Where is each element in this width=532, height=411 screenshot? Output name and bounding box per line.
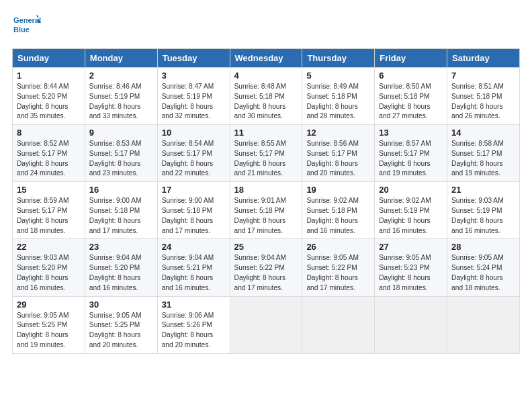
cell-info: Sunrise: 9:05 AMSunset: 5:25 PMDaylight:… — [89, 311, 153, 351]
day-number: 31 — [162, 300, 226, 310]
cell-info: Sunrise: 9:02 AMSunset: 5:18 PMDaylight:… — [306, 196, 370, 236]
header-row: SundayMondayTuesdayWednesdayThursdayFrid… — [13, 49, 520, 68]
calendar-cell: 17Sunrise: 9:00 AMSunset: 5:18 PMDayligh… — [157, 182, 230, 239]
calendar-cell: 16Sunrise: 9:00 AMSunset: 5:18 PMDayligh… — [85, 182, 157, 239]
day-number: 17 — [162, 185, 226, 195]
calendar-cell: 22Sunrise: 9:03 AMSunset: 5:20 PMDayligh… — [13, 239, 85, 296]
week-row-4: 22Sunrise: 9:03 AMSunset: 5:20 PMDayligh… — [13, 239, 520, 296]
day-number: 8 — [17, 128, 81, 138]
cell-info: Sunrise: 8:57 AMSunset: 5:17 PMDaylight:… — [379, 139, 443, 179]
cell-info: Sunrise: 9:05 AMSunset: 5:25 PMDaylight:… — [17, 311, 81, 351]
logo-svg: General Blue — [12, 12, 42, 42]
cell-info: Sunrise: 9:04 AMSunset: 5:21 PMDaylight:… — [162, 253, 226, 293]
cell-info: Sunrise: 8:54 AMSunset: 5:17 PMDaylight:… — [162, 139, 226, 179]
day-number: 24 — [162, 242, 226, 252]
calendar-cell: 6Sunrise: 8:50 AMSunset: 5:18 PMDaylight… — [375, 68, 447, 125]
day-number: 22 — [17, 242, 81, 252]
cell-info: Sunrise: 9:04 AMSunset: 5:20 PMDaylight:… — [89, 253, 153, 293]
cell-info: Sunrise: 9:05 AMSunset: 5:24 PMDaylight:… — [451, 253, 515, 293]
calendar-cell: 1Sunrise: 8:44 AMSunset: 5:20 PMDaylight… — [13, 68, 85, 125]
col-header-sunday: Sunday — [13, 49, 85, 68]
col-header-wednesday: Wednesday — [230, 49, 302, 68]
col-header-thursday: Thursday — [302, 49, 375, 68]
col-header-monday: Monday — [85, 49, 157, 68]
logo: General Blue — [12, 12, 42, 42]
calendar-table: SundayMondayTuesdayWednesdayThursdayFrid… — [12, 48, 520, 354]
day-number: 16 — [89, 185, 153, 195]
day-number: 29 — [17, 300, 81, 310]
day-number: 7 — [451, 71, 515, 81]
cell-info: Sunrise: 8:53 AMSunset: 5:17 PMDaylight:… — [89, 139, 153, 179]
calendar-cell: 15Sunrise: 8:59 AMSunset: 5:17 PMDayligh… — [13, 182, 85, 239]
day-number: 4 — [234, 71, 298, 81]
week-row-2: 8Sunrise: 8:52 AMSunset: 5:17 PMDaylight… — [13, 125, 520, 182]
calendar-cell: 18Sunrise: 9:01 AMSunset: 5:18 PMDayligh… — [230, 182, 302, 239]
col-header-tuesday: Tuesday — [157, 49, 230, 68]
cell-info: Sunrise: 8:58 AMSunset: 5:17 PMDaylight:… — [451, 139, 515, 179]
week-row-3: 15Sunrise: 8:59 AMSunset: 5:17 PMDayligh… — [13, 182, 520, 239]
cell-info: Sunrise: 8:48 AMSunset: 5:18 PMDaylight:… — [234, 82, 298, 122]
calendar-cell: 24Sunrise: 9:04 AMSunset: 5:21 PMDayligh… — [157, 239, 230, 296]
calendar-cell: 3Sunrise: 8:47 AMSunset: 5:19 PMDaylight… — [157, 68, 230, 125]
calendar-cell: 21Sunrise: 9:03 AMSunset: 5:19 PMDayligh… — [447, 182, 520, 239]
svg-text:Blue: Blue — [13, 26, 30, 34]
day-number: 19 — [306, 185, 370, 195]
day-number: 27 — [379, 242, 443, 252]
cell-info: Sunrise: 9:03 AMSunset: 5:19 PMDaylight:… — [451, 196, 515, 236]
day-number: 14 — [451, 128, 515, 138]
cell-info: Sunrise: 8:59 AMSunset: 5:17 PMDaylight:… — [17, 196, 81, 236]
cell-info: Sunrise: 9:00 AMSunset: 5:18 PMDaylight:… — [162, 196, 226, 236]
calendar-cell: 4Sunrise: 8:48 AMSunset: 5:18 PMDaylight… — [230, 68, 302, 125]
day-number: 18 — [234, 185, 298, 195]
cell-info: Sunrise: 8:47 AMSunset: 5:19 PMDaylight:… — [162, 82, 226, 122]
col-header-saturday: Saturday — [447, 49, 520, 68]
calendar-cell — [375, 296, 447, 353]
day-number: 5 — [306, 71, 370, 81]
day-number: 1 — [17, 71, 81, 81]
calendar-cell: 7Sunrise: 8:51 AMSunset: 5:18 PMDaylight… — [447, 68, 520, 125]
day-number: 21 — [451, 185, 515, 195]
day-number: 20 — [379, 185, 443, 195]
day-number: 2 — [89, 71, 153, 81]
calendar-cell — [302, 296, 375, 353]
cell-info: Sunrise: 9:06 AMSunset: 5:26 PMDaylight:… — [162, 311, 226, 351]
cell-info: Sunrise: 9:05 AMSunset: 5:22 PMDaylight:… — [306, 253, 370, 293]
calendar-cell: 8Sunrise: 8:52 AMSunset: 5:17 PMDaylight… — [13, 125, 85, 182]
calendar-cell: 10Sunrise: 8:54 AMSunset: 5:17 PMDayligh… — [157, 125, 230, 182]
calendar-cell: 5Sunrise: 8:49 AMSunset: 5:18 PMDaylight… — [302, 68, 375, 125]
calendar-cell: 13Sunrise: 8:57 AMSunset: 5:17 PMDayligh… — [375, 125, 447, 182]
calendar-cell: 9Sunrise: 8:53 AMSunset: 5:17 PMDaylight… — [85, 125, 157, 182]
day-number: 23 — [89, 242, 153, 252]
day-number: 28 — [451, 242, 515, 252]
day-number: 11 — [234, 128, 298, 138]
day-number: 9 — [89, 128, 153, 138]
week-row-5: 29Sunrise: 9:05 AMSunset: 5:25 PMDayligh… — [13, 296, 520, 353]
day-number: 13 — [379, 128, 443, 138]
calendar-cell: 20Sunrise: 9:02 AMSunset: 5:19 PMDayligh… — [375, 182, 447, 239]
calendar-cell: 12Sunrise: 8:56 AMSunset: 5:17 PMDayligh… — [302, 125, 375, 182]
cell-info: Sunrise: 8:49 AMSunset: 5:18 PMDaylight:… — [306, 82, 370, 122]
cell-info: Sunrise: 9:03 AMSunset: 5:20 PMDaylight:… — [17, 253, 81, 293]
calendar-cell: 14Sunrise: 8:58 AMSunset: 5:17 PMDayligh… — [447, 125, 520, 182]
day-number: 26 — [306, 242, 370, 252]
page: General Blue SundayMondayTuesdayWednesda… — [0, 0, 532, 411]
calendar-cell: 26Sunrise: 9:05 AMSunset: 5:22 PMDayligh… — [302, 239, 375, 296]
cell-info: Sunrise: 9:02 AMSunset: 5:19 PMDaylight:… — [379, 196, 443, 236]
calendar-cell: 29Sunrise: 9:05 AMSunset: 5:25 PMDayligh… — [13, 296, 85, 353]
cell-info: Sunrise: 9:05 AMSunset: 5:23 PMDaylight:… — [379, 253, 443, 293]
cell-info: Sunrise: 8:44 AMSunset: 5:20 PMDaylight:… — [17, 82, 81, 122]
calendar-cell: 2Sunrise: 8:46 AMSunset: 5:19 PMDaylight… — [85, 68, 157, 125]
cell-info: Sunrise: 9:01 AMSunset: 5:18 PMDaylight:… — [234, 196, 298, 236]
cell-info: Sunrise: 8:56 AMSunset: 5:17 PMDaylight:… — [306, 139, 370, 179]
cell-info: Sunrise: 9:00 AMSunset: 5:18 PMDaylight:… — [89, 196, 153, 236]
calendar-cell: 19Sunrise: 9:02 AMSunset: 5:18 PMDayligh… — [302, 182, 375, 239]
day-number: 12 — [306, 128, 370, 138]
calendar-cell: 28Sunrise: 9:05 AMSunset: 5:24 PMDayligh… — [447, 239, 520, 296]
week-row-1: 1Sunrise: 8:44 AMSunset: 5:20 PMDaylight… — [13, 68, 520, 125]
calendar-cell: 31Sunrise: 9:06 AMSunset: 5:26 PMDayligh… — [157, 296, 230, 353]
cell-info: Sunrise: 9:04 AMSunset: 5:22 PMDaylight:… — [234, 253, 298, 293]
day-number: 10 — [162, 128, 226, 138]
calendar-cell: 30Sunrise: 9:05 AMSunset: 5:25 PMDayligh… — [85, 296, 157, 353]
cell-info: Sunrise: 8:46 AMSunset: 5:19 PMDaylight:… — [89, 82, 153, 122]
day-number: 6 — [379, 71, 443, 81]
